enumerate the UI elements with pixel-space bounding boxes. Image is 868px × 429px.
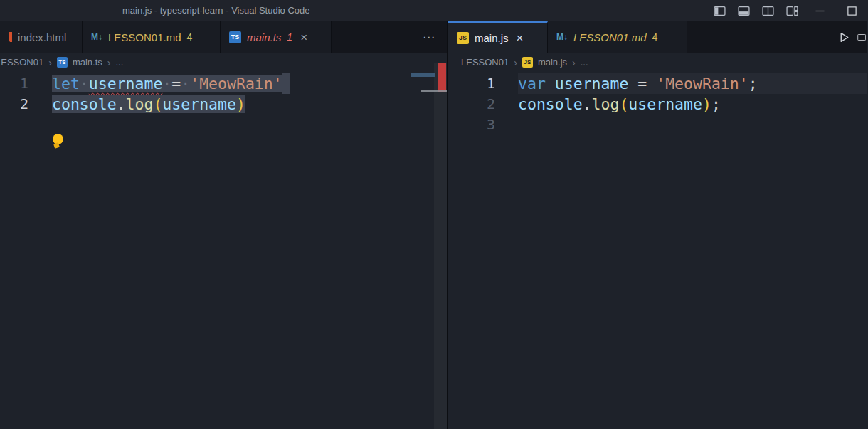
- minimap-selection-mark: [421, 90, 447, 92]
- toggle-panel-icon[interactable]: [731, 0, 756, 21]
- editor-groups: index.html M↓ LESSON01.md 4 TS main.ts 1…: [0, 21, 868, 429]
- run-file-icon[interactable]: [831, 31, 857, 43]
- code-token: username: [162, 95, 236, 113]
- vscode-window: main.js - typescript-learn - Visual Stud…: [0, 0, 868, 429]
- code-token: [628, 75, 637, 92]
- minimize-button[interactable]: [804, 0, 836, 21]
- code-line: 1let·username·=·'MeowRain': [0, 73, 447, 94]
- code-line: 2console.log(username): [0, 94, 447, 115]
- code-token: log: [126, 95, 154, 113]
- line-content: let·username·=·'MeowRain': [52, 73, 447, 94]
- code-line: 2console.log(username);: [448, 94, 867, 115]
- line-content: console.log(username);: [518, 94, 867, 115]
- tabbar-right: JS main.js × M↓ LESSON01.md 4: [448, 21, 867, 53]
- code-token: console: [52, 95, 117, 113]
- typescript-file-icon: TS: [229, 31, 241, 43]
- breadcrumb-symbol[interactable]: ...: [581, 57, 588, 68]
- line-number: 2: [0, 94, 28, 115]
- code-token: ;: [711, 95, 721, 113]
- close-icon[interactable]: ×: [514, 31, 526, 45]
- lightbulb-quickfix-icon[interactable]: [53, 134, 64, 152]
- breadcrumb-file[interactable]: main.js: [538, 57, 567, 68]
- split-editor-icon[interactable]: [857, 21, 867, 53]
- problem-badge: 4: [187, 31, 193, 43]
- code-token: console: [518, 95, 583, 113]
- code-token: 'MeowRain': [656, 75, 748, 92]
- line-number: 3: [448, 115, 495, 135]
- minimap-line-mark: [411, 73, 435, 77]
- line-content: console.log(username): [52, 94, 447, 115]
- tab-label: main.js: [475, 32, 509, 44]
- titlebar-controls: [707, 0, 868, 21]
- editor-group-right: JS main.js × M↓ LESSON01.md 4: [447, 21, 867, 429]
- code-token: ): [702, 95, 711, 113]
- tab-main-js[interactable]: JS main.js ×: [448, 21, 548, 53]
- javascript-file-icon: JS: [522, 57, 533, 68]
- tabbar-spacer: [687, 21, 867, 53]
- editor-group-left: index.html M↓ LESSON01.md 4 TS main.ts 1…: [0, 21, 447, 429]
- code-editor-main-js[interactable]: 1var username = 'MeowRain';2console.log(…: [448, 72, 867, 429]
- code-token: ·: [181, 75, 190, 92]
- tab-lesson01-md-right[interactable]: M↓ LESSON01.md 4: [548, 21, 687, 53]
- code-token: (: [619, 95, 628, 113]
- markdown-file-icon: M↓: [91, 31, 102, 43]
- customize-layout-icon[interactable]: [780, 0, 804, 21]
- tab-label: LESSON01.md: [573, 31, 647, 43]
- close-icon[interactable]: ×: [298, 31, 309, 44]
- code-token: log: [592, 95, 620, 113]
- maximize-button[interactable]: [836, 0, 868, 21]
- tab-lesson01-md-left[interactable]: M↓ LESSON01.md 4: [83, 21, 221, 53]
- chevron-right-icon: ›: [572, 57, 576, 68]
- code-editor-main-ts[interactable]: 1let·username·=·'MeowRain'2console.log(u…: [0, 72, 447, 429]
- breadcrumb-folder[interactable]: LESSON01: [461, 57, 509, 68]
- scrollbar-overview-ruler[interactable]: [434, 63, 447, 429]
- code-token: .: [583, 95, 592, 113]
- window-title: main.js - typescript-learn - Visual Stud…: [122, 0, 310, 21]
- markdown-file-icon: M↓: [556, 31, 568, 43]
- toggle-primary-sidebar-icon[interactable]: [707, 0, 731, 21]
- javascript-file-icon: JS: [457, 32, 469, 44]
- code-token: ;: [748, 75, 758, 92]
- chevron-right-icon: ›: [514, 57, 517, 68]
- code-token: username: [628, 95, 702, 113]
- breadcrumb-right: LESSON01 › JS main.js › ...: [448, 53, 867, 72]
- tab-label: main.ts: [247, 31, 281, 43]
- chevron-right-icon: ›: [107, 57, 111, 68]
- tab-main-ts[interactable]: TS main.ts 1 ×: [221, 21, 332, 53]
- code-line: 3: [448, 115, 867, 135]
- chevron-right-icon: ›: [48, 57, 52, 68]
- code-token: username: [555, 75, 629, 92]
- breadcrumb-file[interactable]: main.ts: [73, 57, 102, 68]
- tab-label: LESSON01.md: [108, 31, 181, 43]
- line-content: var username = 'MeowRain';: [518, 73, 867, 94]
- code-token: [282, 73, 290, 94]
- tabbar-left: index.html M↓ LESSON01.md 4 TS main.ts 1…: [0, 21, 447, 53]
- code-token: let: [52, 75, 80, 92]
- line-number: 1: [0, 73, 28, 94]
- code-token: ·: [80, 75, 89, 92]
- code-token: ·: [162, 75, 171, 92]
- code-token: =: [171, 75, 181, 92]
- overview-error-marker: [438, 63, 446, 92]
- line-number: 2: [448, 94, 495, 115]
- code-token: [647, 75, 656, 92]
- line-content: [518, 115, 867, 135]
- code-line: 1var username = 'MeowRain';: [448, 73, 867, 94]
- tab-label: index.html: [18, 31, 66, 43]
- titlebar: main.js - typescript-learn - Visual Stud…: [0, 0, 868, 21]
- breadcrumb-folder[interactable]: LESSON01: [0, 57, 43, 68]
- toggle-secondary-sidebar-icon[interactable]: [756, 0, 780, 21]
- tab-index-html[interactable]: index.html: [0, 21, 83, 53]
- breadcrumb-symbol[interactable]: ...: [115, 57, 123, 68]
- code-token: ): [236, 95, 245, 113]
- error-badge: 1: [287, 31, 292, 43]
- code-token: (: [153, 95, 162, 113]
- more-actions-icon[interactable]: ⋯: [411, 30, 447, 45]
- code-token: =: [637, 75, 647, 92]
- html-file-icon: [9, 32, 12, 42]
- breadcrumb-left: LESSON01 › TS main.ts › ...: [0, 53, 447, 72]
- tabbar-spacer: ⋯: [332, 21, 447, 53]
- problem-badge: 4: [652, 31, 658, 43]
- line-number: 1: [448, 73, 495, 94]
- typescript-file-icon: TS: [57, 57, 68, 68]
